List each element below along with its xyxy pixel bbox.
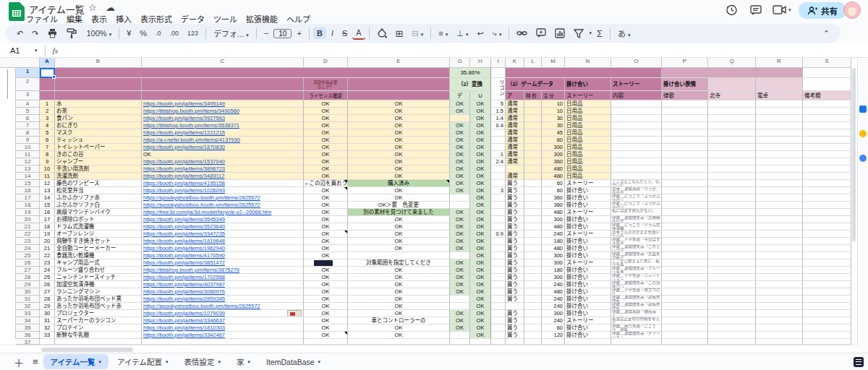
- cell-H15[interactable]: OK: [470, 180, 491, 187]
- cell-O21[interactable]: 律歌__にっこり「ドラム式洗濯機: [611, 223, 662, 231]
- cell-O26[interactable]: ここから始まるために、私は北寺: [611, 259, 662, 267]
- cell-A18[interactable]: 15: [40, 202, 55, 209]
- cell-R10[interactable]: [756, 144, 803, 151]
- cell-P14[interactable]: [662, 173, 708, 180]
- cell-G19[interactable]: OK: [450, 209, 470, 216]
- cell-Q16[interactable]: [708, 187, 756, 194]
- cell-H22[interactable]: OK: [470, 231, 491, 238]
- cell-N2[interactable]: 掛け合い: [565, 78, 611, 91]
- cell-I8[interactable]: [491, 129, 506, 137]
- cell-Q12[interactable]: [708, 158, 756, 165]
- cell-G16[interactable]: OK: [450, 187, 470, 194]
- cell-I35[interactable]: [491, 324, 506, 332]
- cell-A31[interactable]: 28: [40, 296, 55, 303]
- horizontal-scrollbar[interactable]: [0, 345, 857, 353]
- cell-N17[interactable]: 掛け合い: [565, 194, 611, 202]
- vertical-align-icon[interactable]: ⊥ ▾: [453, 27, 472, 40]
- cell-P8[interactable]: [662, 129, 708, 137]
- cell-M20[interactable]: 300: [542, 216, 565, 223]
- cell-N33[interactable]: 掛け合い: [565, 310, 611, 317]
- cell-A5[interactable]: 2: [40, 108, 55, 115]
- cell-R2[interactable]: [756, 78, 803, 91]
- increase-font-size-button[interactable]: +: [293, 27, 305, 39]
- insert-comment-icon[interactable]: [532, 27, 550, 40]
- cell-Q8[interactable]: [708, 129, 756, 137]
- cell-D37[interactable]: [304, 339, 348, 345]
- functions-icon[interactable]: Σ: [593, 27, 606, 40]
- cell-M25[interactable]: 300: [542, 252, 565, 259]
- cell-N8[interactable]: 日用品: [565, 129, 611, 137]
- cell-P7[interactable]: [662, 122, 708, 129]
- cell-D14[interactable]: OK: [304, 173, 348, 180]
- cell-D31[interactable]: OK: [304, 296, 348, 303]
- cell-O2[interactable]: ストーリー: [611, 78, 662, 91]
- row-header-28[interactable]: 28: [16, 274, 40, 281]
- cell-C36[interactable]: https://booth.pm/ja/items/3342467: [142, 332, 304, 339]
- cell-D17[interactable]: OK: [304, 194, 348, 202]
- cell-H28[interactable]: OK: [470, 274, 491, 281]
- keep-icon[interactable]: [859, 130, 867, 137]
- col-header-G[interactable]: G: [450, 58, 470, 68]
- cell-A33[interactable]: 30: [40, 310, 55, 317]
- cell-I10[interactable]: [491, 144, 506, 151]
- cell-A21[interactable]: 18: [40, 223, 55, 231]
- cell-E2[interactable]: [348, 78, 450, 91]
- cell-A7[interactable]: 4: [40, 122, 55, 129]
- cell-G37[interactable]: [450, 339, 470, 345]
- cell-I12[interactable]: 2.4: [491, 158, 506, 165]
- cell-D5[interactable]: OK: [304, 108, 348, 115]
- cell-G29[interactable]: OK: [450, 281, 470, 288]
- cell-B28[interactable]: ニャンテンドースイッチ: [55, 274, 142, 281]
- cell-G31[interactable]: [450, 296, 470, 303]
- cell-L32[interactable]: [524, 303, 542, 310]
- cell-R18[interactable]: [756, 202, 803, 209]
- cell-P10[interactable]: [662, 144, 708, 151]
- cell-N16[interactable]: 掛け合い: [565, 187, 611, 194]
- cell-I9[interactable]: [491, 137, 506, 144]
- cell-A37[interactable]: [40, 339, 55, 345]
- cell-I33[interactable]: [491, 310, 506, 317]
- row-header-16[interactable]: 16: [16, 187, 40, 194]
- col-header-I[interactable]: I: [491, 58, 506, 68]
- cell-A15[interactable]: 12: [40, 180, 55, 187]
- cell-D4[interactable]: OK: [304, 100, 348, 108]
- cell-M35[interactable]: 60: [542, 324, 565, 332]
- cell-K30[interactable]: 買う: [506, 288, 524, 296]
- cell-G10[interactable]: OK: [450, 144, 470, 151]
- cell-H1-percent[interactable]: 35.86%: [450, 68, 491, 78]
- sheet-tab-caret-icon[interactable]: ▾: [248, 359, 251, 365]
- cell-L35[interactable]: [524, 324, 542, 332]
- cell-H14[interactable]: OK: [470, 173, 491, 180]
- cell-L23[interactable]: [524, 238, 542, 245]
- cell-E22[interactable]: OK: [348, 231, 450, 238]
- cell-K32[interactable]: [506, 303, 524, 310]
- cell-H16[interactable]: OK: [470, 187, 491, 194]
- cell-D7[interactable]: OK: [304, 122, 348, 129]
- name-box[interactable]: A1: [10, 46, 35, 55]
- cell-S23[interactable]: [803, 238, 851, 245]
- cell-R5[interactable]: [756, 108, 803, 115]
- cell-O11[interactable]: [611, 151, 662, 158]
- borders-icon[interactable]: ⊞: [392, 27, 407, 40]
- cell-M22[interactable]: 240: [542, 231, 565, 238]
- select-all-corner[interactable]: [0, 58, 40, 68]
- cell-B29[interactable]: 加湿空気清浄機: [55, 281, 142, 288]
- cell-R25[interactable]: [756, 252, 803, 259]
- cell-G14[interactable]: OK: [450, 173, 470, 180]
- cell-L6[interactable]: [524, 115, 542, 122]
- font-select[interactable]: デフォ... ▾: [210, 26, 252, 40]
- cell-N36[interactable]: 掛け合い: [565, 332, 611, 339]
- sheet-tab-caret-icon[interactable]: ▾: [318, 359, 321, 365]
- cell-P11[interactable]: [662, 151, 708, 158]
- cell-B37[interactable]: [55, 339, 142, 345]
- cell-H6[interactable]: OK: [470, 115, 491, 122]
- cell-R22[interactable]: [756, 231, 803, 238]
- cell-A3[interactable]: [40, 91, 55, 100]
- cell-D21[interactable]: OK: [304, 223, 348, 231]
- text-rotation-icon[interactable]: ⤷ ▾: [489, 27, 506, 40]
- cell-S24[interactable]: [803, 245, 851, 252]
- row-header-22[interactable]: 22: [16, 231, 40, 238]
- row-header-18[interactable]: 18: [16, 202, 40, 209]
- row-header-33[interactable]: 33: [16, 310, 40, 317]
- cell-R34[interactable]: [756, 317, 803, 324]
